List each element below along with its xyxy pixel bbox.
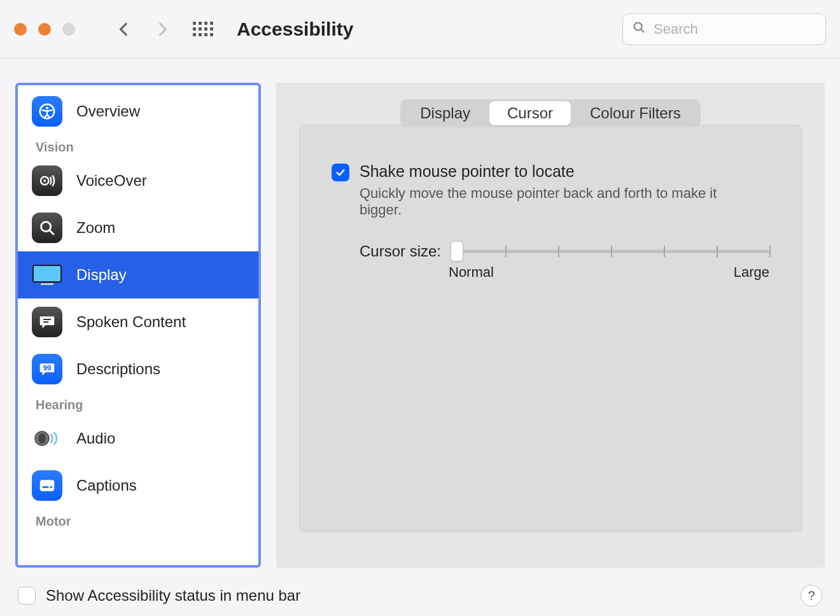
svg-line-1 [641,29,643,31]
slider-tick [505,246,507,257]
slider-tick [769,246,771,257]
slider-tick [717,246,718,257]
cursor-size-slider[interactable] [452,243,769,260]
svg-rect-9 [41,283,53,285]
nav-arrows [115,20,172,39]
cursor-size-max-label: Large [734,264,769,281]
sidebar-item-label: Zoom [76,219,115,237]
sidebar-group-vision: Vision [18,135,258,157]
svg-rect-16 [43,486,49,488]
svg-rect-17 [50,486,52,488]
svg-point-3 [46,106,48,109]
search-field[interactable] [622,13,826,45]
shake-to-locate-checkbox[interactable] [332,164,349,181]
sidebar-item-label: Captions [76,477,137,494]
voiceover-icon [32,165,62,196]
svg-rect-8 [33,265,61,282]
svg-point-14 [38,433,46,444]
show-status-label: Show Accessibility status in menu bar [46,587,300,605]
cursor-panel: Shake mouse pointer to locate Quickly mo… [299,125,802,532]
svg-text:99: 99 [43,364,52,372]
search-icon [632,20,646,38]
sidebar[interactable]: Overview Vision VoiceOver Zoom Display [15,83,261,568]
content-pane: Display Cursor Colour Filters Shake mous… [276,83,825,568]
sidebar-item-display[interactable]: Display [18,251,258,298]
tab-display[interactable]: Display [402,101,488,125]
sidebar-item-label: Spoken Content [76,313,186,331]
page-title: Accessibility [237,18,353,40]
sidebar-item-label: Overview [76,102,140,120]
sidebar-group-motor: Motor [18,509,258,531]
sidebar-item-descriptions[interactable]: 99 Descriptions [18,346,258,393]
help-button[interactable]: ? [801,585,822,606]
shake-to-locate-description: Quickly move the mouse pointer back and … [360,185,722,218]
window-controls [14,23,75,36]
display-icon [32,260,62,290]
sidebar-item-spoken-content[interactable]: Spoken Content [18,298,258,346]
sidebar-item-label: VoiceOver [76,172,147,190]
cursor-size-min-label: Normal [449,264,494,281]
tab-cursor[interactable]: Cursor [489,101,571,125]
back-button[interactable] [115,20,134,39]
sidebar-item-overview[interactable]: Overview [18,88,258,135]
svg-point-5 [43,179,46,182]
zoom-window-button[interactable] [62,23,75,36]
tab-colour-filters[interactable]: Colour Filters [572,101,699,125]
footer: Show Accessibility status in menu bar ? [0,575,840,616]
sidebar-item-label: Display [76,266,127,284]
svg-rect-11 [43,321,49,323]
sidebar-item-label: Descriptions [76,360,160,378]
forward-button[interactable] [153,20,172,39]
search-input[interactable] [652,20,830,38]
spoken-content-icon [32,307,62,337]
show-status-checkbox[interactable] [18,587,36,605]
svg-rect-15 [40,480,55,491]
sidebar-group-hearing: Hearing [18,393,258,415]
slider-tick [558,246,559,257]
close-window-button[interactable] [14,23,27,36]
slider-tick [664,246,665,257]
zoom-icon [32,213,62,243]
sidebar-item-label: Audio [76,430,115,447]
audio-icon [32,423,62,454]
sidebar-item-voiceover[interactable]: VoiceOver [18,157,258,204]
svg-line-7 [50,230,53,234]
shake-to-locate-label: Shake mouse pointer to locate [360,162,575,181]
show-all-prefs-button[interactable] [192,18,214,40]
sidebar-item-captions[interactable]: Captions [18,462,258,509]
descriptions-icon: 99 [32,354,62,384]
accessibility-icon [32,96,62,127]
cursor-size-label: Cursor size: [360,242,441,260]
tab-bar: Display Cursor Colour Filters [400,99,700,127]
sidebar-item-zoom[interactable]: Zoom [18,204,258,251]
toolbar: Accessibility [0,0,840,59]
captions-icon [32,470,62,501]
minimize-window-button[interactable] [38,23,51,36]
svg-rect-10 [43,319,52,320]
slider-tick [611,246,612,257]
sidebar-item-audio[interactable]: Audio [18,415,258,462]
